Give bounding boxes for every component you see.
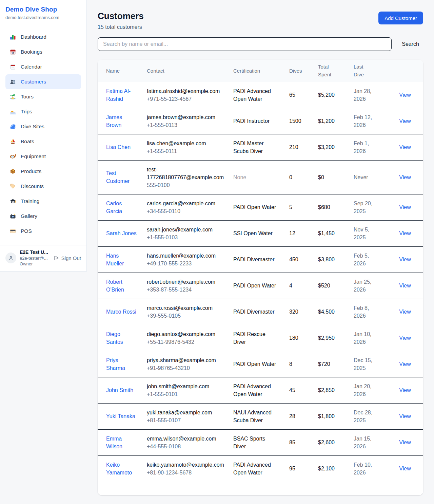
table-row: Robert O'Brien robert.obrien@example.com… [98,273,423,299]
speedboat-icon [9,109,16,115]
customer-name-link[interactable]: Marco Rossi [106,308,136,316]
graduation-cap-icon [9,198,16,204]
customer-last-dive: Nov 5, 2025 [354,227,369,240]
sidebar-item-equipment[interactable]: Equipment [5,149,81,164]
user-name: E2E Test U... [20,249,50,255]
sidebar-item-calendar[interactable]: Calendar [5,59,81,74]
customer-name-link[interactable]: James Brown [106,113,137,129]
sidebar-item-dashboard[interactable]: Dashboard [5,30,81,44]
customer-total-spent: $520 [318,283,330,288]
customers-table: NameContactCertificationDivesTotal Spent… [98,60,423,482]
customer-dives: 12 [289,230,295,236]
view-customer-link[interactable]: View [399,466,411,471]
sidebar-item-products[interactable]: Products [5,164,81,179]
tag-icon [9,183,16,189]
customer-name-link[interactable]: Lisa Chen [106,143,131,151]
customer-name-link[interactable]: Carlos Garcia [106,200,137,215]
customer-name-link[interactable]: Robert O'Brien [106,278,137,294]
customer-email: robert.obrien@example.com [147,278,225,286]
customer-name-link[interactable]: Priya Sharma [106,356,137,372]
customer-name-link[interactable]: Sarah Jones [106,229,137,237]
view-customer-link[interactable]: View [399,257,411,262]
sidebar-item-customers[interactable]: Customers [5,74,81,89]
customer-name-link[interactable]: Diego Santos [106,330,137,346]
customer-name-link[interactable]: John Smith [106,386,133,394]
view-customer-link[interactable]: View [399,174,411,180]
sidebar-item-label: POS [21,228,32,234]
customer-certification: PADI Open Water [233,361,276,367]
customer-dives: 65 [289,92,295,98]
sidebar-item-gallery[interactable]: Gallery [5,209,81,224]
customer-phone: +1-555-0103 [147,234,225,241]
sidebar-item-tours[interactable]: Tours [5,89,81,104]
sidebar-item-trips[interactable]: Trips [5,104,81,119]
view-customer-link[interactable]: View [399,335,411,341]
view-customer-link[interactable]: View [399,204,411,210]
customer-total-spent: $2,600 [318,440,335,445]
view-customer-link[interactable]: View [399,361,411,367]
customer-dives: 45 [289,387,295,393]
view-customer-link[interactable]: View [399,387,411,393]
sidebar-item-label: Products [21,168,41,174]
svg-text:17: 17 [12,52,14,55]
customer-last-dive: Feb 1, 2026 [354,141,369,154]
search-button[interactable]: Search [398,39,423,49]
customer-dives: 28 [289,413,295,419]
sidebar-item-label: Tours [21,94,34,100]
table-row: Carlos Garcia carlos.garcia@example.com … [98,194,423,220]
customer-phone: +971-55-123-4567 [147,95,225,103]
search-input[interactable] [98,37,392,51]
sidebar-item-discounts[interactable]: Discounts [5,179,81,194]
column-header-dives: Dives [289,60,318,82]
sidebar-item-bookings[interactable]: 17 Bookings [5,44,81,59]
customer-phone: +81-90-1234-5678 [147,469,225,477]
sidebar-item-pos[interactable]: POS [5,224,81,239]
customer-name-link[interactable]: Emma Wilson [106,435,137,450]
sign-out-button[interactable]: Sign Out [53,255,81,261]
view-customer-link[interactable]: View [399,413,411,419]
sidebar-item-boats[interactable]: Boats [5,134,81,149]
sign-out-label: Sign Out [61,255,81,261]
customer-last-dive: Jan 20, 2026 [354,384,371,397]
customer-total-spent: $2,100 [318,466,335,471]
customer-email: fatima.alrashid@example.com [147,87,225,95]
sidebar-item-dive-sites[interactable]: Dive Sites [5,119,81,134]
customer-name-link[interactable]: Hans Mueller [106,252,137,267]
customer-total-spent: $5,200 [318,92,335,98]
island-icon [9,94,16,100]
view-customer-link[interactable]: View [399,230,411,236]
table-row: James Brown james.brown@example.com +1-5… [98,108,423,134]
customer-name-link[interactable]: Yuki Tanaka [106,412,135,420]
wave-icon [9,124,16,130]
add-customer-button[interactable]: Add Customer [378,12,423,24]
view-customer-link[interactable]: View [399,118,411,124]
view-customer-link[interactable]: View [399,440,411,445]
customer-name-link[interactable]: Keiko Yamamoto [106,461,137,477]
customer-certification: PADI Open Water [233,283,276,288]
customer-name-link[interactable]: Test Customer [106,169,137,185]
customer-email: lisa.chen@example.com [147,139,225,147]
customer-name-link[interactable]: Fatima Al-Rashid [106,87,137,103]
user-info: E2E Test U... e2e-tester@... Owner [20,249,50,266]
customer-last-dive: Dec 15, 2025 [354,357,372,371]
sidebar-item-training[interactable]: Training [5,194,81,209]
customer-phone: +353-87-555-1234 [147,286,225,294]
customer-dives: 4 [289,283,292,288]
customer-certification: PADI Advanced Open Water [233,384,271,397]
table-row: Keiko Yamamoto keiko.yamamoto@example.co… [98,455,423,482]
customer-total-spent: $2,950 [318,335,335,341]
view-customer-link[interactable]: View [399,283,411,288]
view-customer-link[interactable]: View [399,144,411,150]
customer-email: emma.wilson@example.com [147,435,225,443]
calendar-date-icon: 17 [9,49,16,55]
customer-last-dive: Feb 12, 2026 [354,114,372,128]
column-header-certification: Certification [233,60,289,82]
people-icon [9,79,16,85]
customer-total-spent: $4,500 [318,309,335,315]
customer-phone: +49-170-555-2233 [147,260,225,267]
customer-dives: 210 [289,144,298,150]
package-icon [9,168,16,174]
credit-card-icon [9,228,16,234]
view-customer-link[interactable]: View [399,92,411,98]
view-customer-link[interactable]: View [399,309,411,315]
